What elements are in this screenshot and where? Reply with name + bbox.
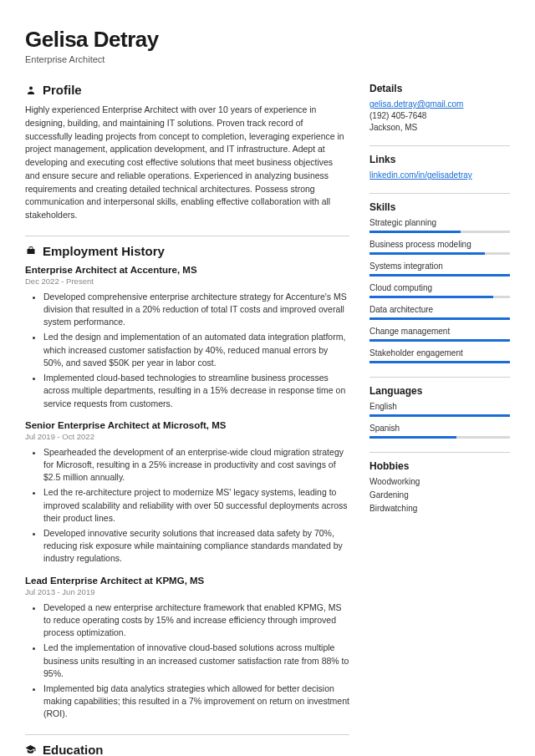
skill-bar (369, 274, 510, 277)
education-header: Education (25, 734, 349, 756)
details-section: Details gelisa.detray@gmail.com (192) 40… (369, 83, 510, 132)
details-heading: Details (369, 83, 510, 94)
education-heading: Education (43, 743, 104, 756)
svg-rect-1 (27, 249, 34, 254)
skill-name: Cloud computing (369, 283, 510, 292)
profile-text: Highly experienced Enterprise Architect … (25, 104, 349, 222)
job-dates: Jul 2019 - Oct 2022 (25, 432, 349, 441)
language-item: English (369, 402, 510, 417)
employment-section: Employment History Enterprise Architect … (25, 236, 349, 721)
graduation-icon (25, 744, 36, 755)
job-entry: Lead Enterprise Architect at KPMG, MSJul… (25, 576, 349, 721)
job-bullets: Spearheaded the development of an enterp… (25, 446, 349, 566)
external-link[interactable]: linkedin.com/in/gelisadetray (369, 170, 510, 180)
phone-text: (192) 405-7648 (369, 111, 510, 120)
location-text: Jackson, MS (369, 123, 510, 132)
bullet-item: Developed innovative security solutions … (43, 527, 349, 566)
skill-bar-fill (369, 339, 510, 342)
skill-bar (369, 296, 510, 298)
language-name: Spanish (369, 424, 510, 433)
skill-name: Business process modeling (369, 240, 510, 249)
main-container: Profile Highly experienced Enterprise Ar… (25, 83, 510, 756)
resume-header: Gelisa Detray Enterprise Architect (25, 27, 510, 64)
skill-bar (369, 231, 510, 233)
links-heading: Links (369, 154, 510, 165)
job-bullets: Developed comprehensive enterprise archi… (25, 291, 349, 410)
briefcase-icon (25, 246, 36, 256)
skill-name: Change management (369, 327, 510, 336)
languages-section: Languages EnglishSpanish (369, 377, 510, 439)
profile-heading: Profile (43, 83, 82, 97)
skill-bar-fill (369, 252, 485, 255)
skill-name: Systems integration (369, 261, 510, 271)
job-title: Enterprise Architect at Accenture, MS (25, 265, 349, 275)
skills-section: Skills Strategic planningBusiness proces… (369, 193, 510, 363)
language-bar-fill (369, 414, 510, 417)
profile-header: Profile (25, 83, 349, 97)
hobby-item: Gardening (369, 490, 510, 500)
bullet-item: Led the implementation of innovative clo… (43, 642, 349, 680)
skill-bar (369, 252, 510, 255)
skill-item: Systems integration (369, 261, 510, 277)
job-dates: Dec 2022 - Present (25, 277, 349, 286)
email-link[interactable]: gelisa.detray@gmail.com (369, 99, 510, 109)
employment-header: Employment History (25, 236, 349, 258)
bullet-item: Developed a new enterprise architecture … (43, 601, 349, 640)
language-item: Spanish (369, 424, 510, 439)
person-title: Enterprise Architect (25, 54, 510, 64)
job-bullets: Developed a new enterprise architecture … (25, 601, 349, 721)
job-entry: Enterprise Architect at Accenture, MSDec… (25, 265, 349, 410)
skill-bar (369, 361, 510, 363)
bullet-item: Led the design and implementation of an … (43, 331, 349, 369)
skill-item: Strategic planning (369, 218, 510, 233)
education-section: Education Master of Science in Enterpris… (25, 734, 349, 756)
person-icon (25, 84, 36, 95)
bullet-item: Led the re-architecture project to moder… (43, 486, 349, 525)
skill-name: Data architecture (369, 305, 510, 314)
skill-item: Change management (369, 327, 510, 342)
skill-item: Cloud computing (369, 283, 510, 298)
skill-bar (369, 317, 510, 320)
hobby-item: Woodworking (369, 477, 510, 486)
skill-item: Stakeholder engagement (369, 348, 510, 363)
language-bar-fill (369, 436, 456, 439)
skill-name: Stakeholder engagement (369, 348, 510, 358)
languages-heading: Languages (369, 385, 510, 397)
job-dates: Jul 2013 - Jun 2019 (25, 587, 349, 596)
bullet-item: Spearheaded the development of an enterp… (43, 446, 349, 485)
skill-bar (369, 339, 510, 342)
skills-heading: Skills (369, 201, 510, 213)
skill-bar-fill (369, 361, 510, 363)
skill-item: Business process modeling (369, 240, 510, 255)
bullet-item: Implemented big data analytics strategie… (43, 682, 349, 721)
skill-bar-fill (369, 274, 510, 277)
bullet-item: Developed comprehensive enterprise archi… (43, 291, 349, 329)
hobbies-section: Hobbies WoodworkingGardeningBirdwatching (369, 452, 510, 513)
skill-item: Data architecture (369, 305, 510, 320)
sidebar: Details gelisa.detray@gmail.com (192) 40… (369, 83, 510, 756)
skill-bar-fill (369, 231, 461, 233)
skill-bar-fill (369, 317, 510, 320)
skill-name: Strategic planning (369, 218, 510, 227)
profile-section: Profile Highly experienced Enterprise Ar… (25, 83, 349, 222)
skill-bar-fill (369, 296, 493, 298)
bullet-item: Implemented cloud-based technologies to … (43, 372, 349, 410)
hobby-item: Birdwatching (369, 504, 510, 513)
main-column: Profile Highly experienced Enterprise Ar… (25, 83, 349, 756)
employment-heading: Employment History (43, 244, 165, 258)
links-section: Links linkedin.com/in/gelisadetray (369, 145, 510, 180)
job-title: Senior Enterprise Architect at Microsoft… (25, 420, 349, 430)
person-name: Gelisa Detray (25, 27, 510, 53)
job-title: Lead Enterprise Architect at KPMG, MS (25, 576, 349, 586)
hobbies-heading: Hobbies (369, 460, 510, 472)
language-name: English (369, 402, 510, 411)
language-bar (369, 414, 510, 417)
job-entry: Senior Enterprise Architect at Microsoft… (25, 420, 349, 566)
language-bar (369, 436, 510, 439)
svg-point-0 (29, 86, 33, 89)
